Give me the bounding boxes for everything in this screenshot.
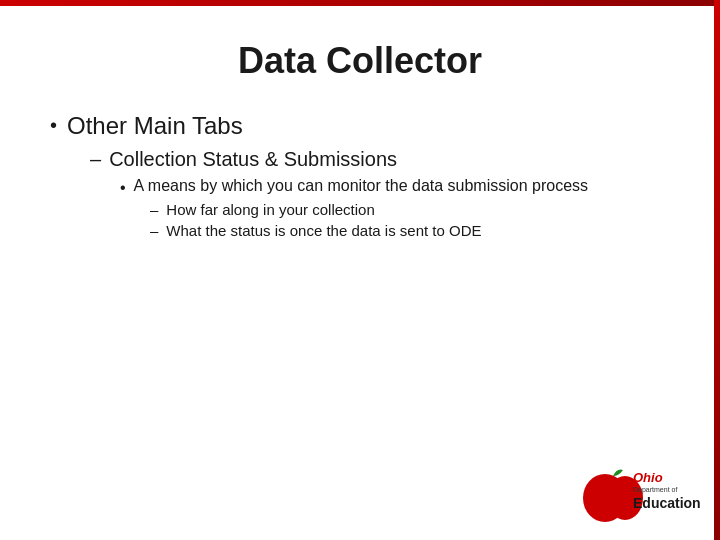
bullet-level4-how-far: – How far along in your collection — [40, 201, 680, 218]
bullet-level3-means: • A means by which you can monitor the d… — [40, 177, 680, 197]
bullet-text-collection-status: Collection Status & Submissions — [109, 148, 397, 171]
bullet-dot-1: • — [50, 114, 57, 137]
svg-text:Education: Education — [633, 495, 701, 511]
content-area: Data Collector • Other Main Tabs – Colle… — [40, 20, 680, 460]
bullet-dash-4b: – — [150, 222, 158, 239]
ohio-education-logo: Ohio Department of Education — [575, 460, 705, 530]
bullet-dot-3: • — [120, 179, 126, 197]
top-border — [0, 0, 720, 6]
bullet-text-how-far: How far along in your collection — [166, 201, 374, 218]
bullet-level2-collection-status: – Collection Status & Submissions — [40, 148, 680, 171]
bullet-level4-what-status: – What the status is once the data is se… — [40, 222, 680, 239]
slide-container: Data Collector • Other Main Tabs – Colle… — [0, 0, 720, 540]
bullet-text-other-main-tabs: Other Main Tabs — [67, 112, 243, 140]
bullet-dash-2: – — [90, 148, 101, 171]
bullet-text-means: A means by which you can monitor the dat… — [134, 177, 588, 195]
bullet-text-what-status: What the status is once the data is sent… — [166, 222, 481, 239]
svg-text:Department of: Department of — [633, 486, 677, 494]
bullet-level1-other-main-tabs: • Other Main Tabs — [40, 112, 680, 140]
bullet-dash-4a: – — [150, 201, 158, 218]
slide-title: Data Collector — [40, 40, 680, 82]
logo-area: Ohio Department of Education — [575, 460, 705, 530]
svg-text:Ohio: Ohio — [633, 470, 663, 485]
right-border — [714, 0, 720, 540]
